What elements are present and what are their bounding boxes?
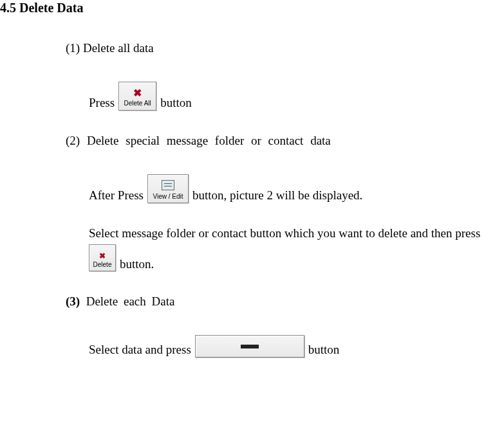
document-icon (162, 180, 174, 190)
text-picture2: button, picture 2 will be displayed. (192, 188, 362, 203)
step-3-prefix: (3) (66, 294, 80, 308)
delete-all-caption: Delete All (124, 100, 151, 107)
x-icon: ✖ (133, 88, 142, 98)
section-heading: 4.5 Delete Data (0, 0, 504, 15)
view-edit-caption: View / Edit (153, 194, 183, 200)
text-button: button (308, 343, 340, 357)
step-2-instruction-b: Select message folder or contact button … (89, 226, 504, 272)
step-2: (2) Delete special message folder or con… (66, 134, 504, 149)
text-select-data: Select data and press (89, 343, 191, 357)
delete-all-button[interactable]: ✖ Delete All (118, 82, 156, 111)
step-3-instruction: Select data and press button (89, 335, 504, 357)
text-select-folder: Select message folder or contact button … (89, 226, 504, 241)
view-edit-button[interactable]: View / Edit (147, 174, 189, 203)
long-minus-button[interactable] (195, 335, 304, 357)
step-3: (3) Delete each Data (66, 294, 504, 309)
delete-button[interactable]: ✖ Delete (89, 244, 116, 271)
step-2-instruction-a: After Press View / Edit button, picture … (89, 174, 504, 203)
text-button: button (160, 96, 192, 111)
step-1-instruction: Press ✖ Delete All button (89, 82, 504, 111)
delete-caption: Delete (93, 262, 112, 268)
x-icon: ✖ (99, 252, 106, 260)
minus-icon (241, 345, 259, 348)
step-3-label: Delete each Data (86, 294, 175, 308)
text-button: button. (120, 257, 154, 272)
step-1: (1) Delete all data (66, 41, 504, 56)
text-after-press: After Press (89, 188, 144, 203)
text-press: Press (89, 96, 115, 111)
